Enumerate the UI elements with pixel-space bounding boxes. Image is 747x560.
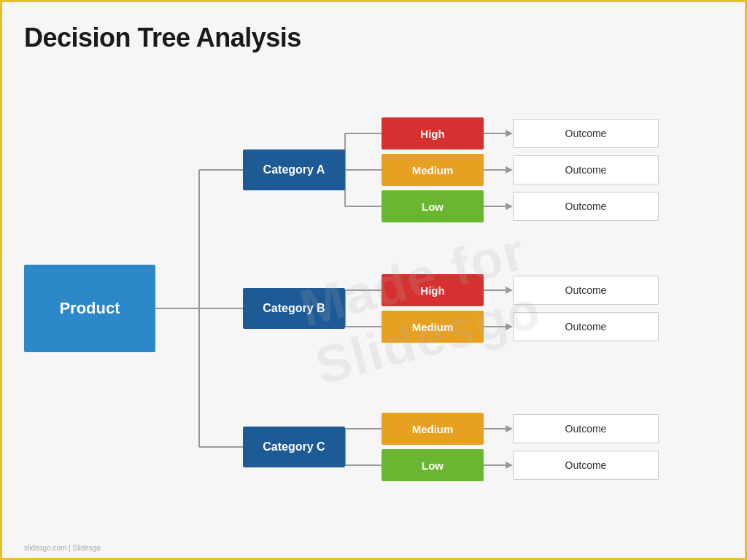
cat-b-medium-box: Medium — [382, 311, 484, 343]
category-c-node: Category C — [243, 427, 345, 467]
cat-a-high-box: High — [382, 117, 484, 149]
cat-a-outcome-1: Outcome — [513, 119, 659, 148]
category-b-node: Category B — [243, 288, 345, 329]
category-a-node: Category A — [243, 149, 345, 190]
category-a-label: Category A — [263, 163, 325, 176]
page-title: Decision Tree Analysis — [24, 23, 723, 53]
category-c-label: Category C — [263, 440, 325, 454]
svg-marker-26 — [506, 425, 513, 432]
cat-a-medium-box: Medium — [382, 154, 484, 186]
cat-a-low-box: Low — [382, 190, 484, 222]
root-label: Product — [59, 299, 120, 318]
cat-a-outcome-2: Outcome — [513, 155, 659, 184]
svg-marker-18 — [506, 166, 513, 174]
cat-b-high-box: High — [382, 274, 484, 306]
cat-c-outcome-1: Outcome — [513, 414, 659, 443]
svg-marker-20 — [506, 203, 513, 210]
category-b-label: Category B — [263, 302, 325, 315]
cat-b-outcome-1: Outcome — [513, 276, 659, 305]
cat-c-low-box: Low — [382, 449, 484, 481]
svg-marker-24 — [506, 323, 513, 330]
cat-a-outcome-3: Outcome — [513, 192, 659, 221]
root-node: Product — [24, 265, 155, 352]
copyright-text: slidesgo.com | Slidesgo — [24, 544, 101, 552]
cat-c-medium-box: Medium — [382, 413, 484, 445]
svg-marker-28 — [506, 462, 513, 469]
cat-b-outcome-2: Outcome — [513, 312, 659, 341]
cat-c-outcome-2: Outcome — [513, 451, 659, 480]
page: Decision Tree Analysis Made forSlidesgo — [2, 2, 745, 558]
svg-marker-16 — [506, 130, 513, 137]
svg-marker-22 — [506, 287, 513, 294]
